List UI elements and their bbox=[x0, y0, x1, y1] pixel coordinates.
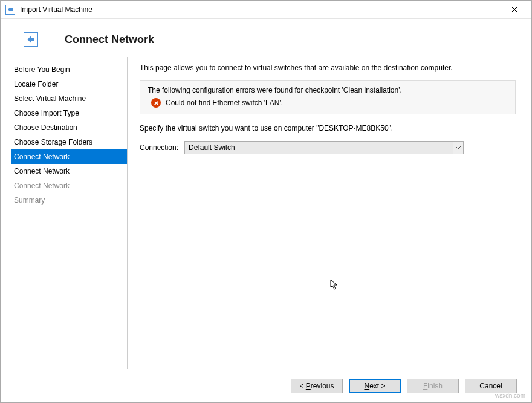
connection-dropdown[interactable]: Default Switch bbox=[184, 141, 464, 154]
app-icon bbox=[5, 5, 15, 15]
step-locate-folder[interactable]: Locate Folder bbox=[11, 77, 127, 91]
close-icon bbox=[511, 7, 517, 13]
connection-row: Connection: Default Switch bbox=[140, 141, 516, 154]
step-choose-destination[interactable]: Choose Destination bbox=[11, 120, 127, 135]
wizard-body: Before You Begin Locate Folder Select Vi… bbox=[1, 57, 531, 369]
step-connect-network-1[interactable]: Connect Network bbox=[11, 149, 127, 164]
error-box-title: The following configuration errors were … bbox=[148, 86, 508, 94]
wizard-main-panel: This page allows you to connect to virtu… bbox=[128, 57, 521, 369]
step-connect-network-3: Connect Network bbox=[11, 179, 127, 193]
error-item: Could not find Ethernet switch 'LAN'. bbox=[148, 98, 508, 108]
configuration-errors-box: The following configuration errors were … bbox=[140, 80, 516, 114]
step-before-you-begin[interactable]: Before You Begin bbox=[11, 62, 127, 77]
error-item-text: Could not find Ethernet switch 'LAN'. bbox=[166, 99, 283, 107]
connection-dropdown-value: Default Switch bbox=[185, 143, 453, 152]
page-intro-text: This page allows you to connect to virtu… bbox=[140, 64, 516, 72]
wizard-steps-sidebar: Before You Begin Locate Folder Select Vi… bbox=[11, 57, 128, 369]
dropdown-button[interactable] bbox=[453, 142, 463, 154]
specify-switch-text: Specify the virtual switch you want to u… bbox=[140, 124, 516, 133]
watermark-text: wsxdn.com bbox=[495, 392, 525, 399]
step-summary: Summary bbox=[11, 193, 127, 208]
step-choose-import-type[interactable]: Choose Import Type bbox=[11, 106, 127, 120]
connection-label: Connection: bbox=[140, 143, 178, 152]
cancel-button[interactable]: Cancel bbox=[465, 379, 517, 393]
wizard-header-icon bbox=[24, 32, 38, 47]
import-vm-wizard-window: Import Virtual Machine Connect Network B… bbox=[0, 0, 532, 403]
window-title: Import Virtual Machine bbox=[20, 5, 502, 14]
page-title: Connect Network bbox=[65, 33, 154, 46]
error-icon bbox=[151, 98, 161, 108]
titlebar: Import Virtual Machine bbox=[1, 1, 531, 19]
previous-button[interactable]: < Previous bbox=[291, 379, 343, 393]
close-button[interactable] bbox=[502, 1, 527, 18]
wizard-footer: < Previous Next > Finish Cancel bbox=[1, 369, 531, 402]
step-select-virtual-machine[interactable]: Select Virtual Machine bbox=[11, 91, 127, 106]
next-button[interactable]: Next > bbox=[349, 379, 401, 393]
chevron-down-icon bbox=[456, 146, 461, 149]
step-connect-network-2[interactable]: Connect Network bbox=[11, 164, 127, 179]
wizard-header: Connect Network bbox=[1, 19, 531, 57]
finish-button: Finish bbox=[407, 379, 459, 393]
step-choose-storage-folders[interactable]: Choose Storage Folders bbox=[11, 135, 127, 149]
